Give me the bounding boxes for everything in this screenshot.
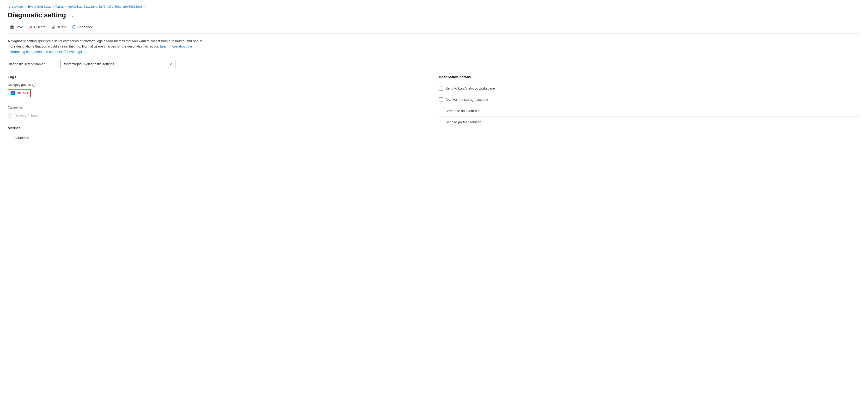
dest-partner-row: Send to partner solution [439,117,860,128]
setting-name-input[interactable]: systemtopic01-diagnostic-settings ✓ [61,60,176,68]
delivery-failures-row: DeliveryFailures [8,111,424,120]
page-title-container: Diagnostic setting ... [8,11,860,19]
page-title-ellipsis: ... [68,12,74,18]
breadcrumb-sep-2: > [65,5,67,8]
categories-section: Categories DeliveryFailures [8,106,424,120]
delivery-failures-label: DeliveryFailures [14,114,38,118]
dest-storage-label: Archive to a storage account [445,98,488,101]
right-column: Destination details Send to Log Analytic… [434,75,860,142]
save-label: Save [16,25,23,29]
dest-storage-row: Archive to a storage account [439,94,860,105]
all-metrics-checkbox[interactable] [8,136,12,140]
category-groups-info-icon[interactable]: i [32,83,36,87]
dest-partner-checkbox[interactable] [439,120,443,124]
required-star: * [44,62,45,66]
svg-rect-1 [11,26,13,27]
all-metrics-row: AllMetrics [8,134,424,142]
breadcrumb: All services > Event Grid System Topics … [8,5,860,8]
toolbar: Save Discard Delete [8,24,860,34]
svg-rect-2 [11,27,13,29]
dest-log-analytics-label: Send to Log Analytics workspace [445,87,495,90]
feedback-button[interactable]: Feedback [70,24,95,31]
category-groups-label-row: Category groups i [8,83,424,87]
svg-rect-5 [52,26,54,29]
metrics-section-title: Metrics [8,126,424,130]
allLogs-row: allLogs [8,89,31,97]
save-button[interactable]: Save [8,24,26,31]
feedback-label: Feedback [78,25,92,29]
breadcrumb-sep-1: > [25,5,27,8]
dest-log-analytics-row: Send to Log Analytics workspace [439,83,860,94]
input-check-icon: ✓ [169,62,173,66]
delete-button[interactable]: Delete [49,24,68,31]
dest-partner-label: Send to partner solution [445,120,481,124]
delete-icon [51,25,55,29]
svg-point-12 [74,27,74,27]
breadcrumb-event-grid[interactable]: Event Grid System Topics [28,5,64,8]
discard-icon [29,25,33,29]
svg-point-11 [73,27,74,27]
setting-name-label: Diagnostic setting name* [8,62,56,66]
page-title: Diagnostic setting [8,11,66,19]
all-metrics-label: AllMetrics [14,136,29,140]
metrics-section: Metrics AllMetrics [8,126,424,142]
svg-point-13 [75,27,75,27]
discard-button[interactable]: Discard [26,24,48,31]
dest-event-hub-row: Stream to an event hub [439,105,860,117]
dest-log-analytics-checkbox[interactable] [439,86,443,91]
logs-section-title: Logs [8,75,424,79]
save-icon [10,25,14,29]
main-grid: Logs Category groups i allLogs Categorie… [8,75,860,142]
dest-event-hub-label: Stream to an event hub [445,109,480,113]
destination-section-title: Destination details [439,75,860,79]
feedback-icon [72,25,76,29]
delete-label: Delete [57,25,66,29]
setting-name-value: systemtopic01-diagnostic-settings [64,62,114,66]
breadcrumb-topic[interactable]: topic01stg-811a624a-8a77-437e-89de-dfeb5… [68,5,143,8]
dest-storage-checkbox[interactable] [439,97,443,102]
left-column: Logs Category groups i allLogs Categorie… [8,75,434,142]
allLogs-checkbox[interactable] [10,91,15,95]
dest-event-hub-checkbox[interactable] [439,109,443,113]
categories-title: Categories [8,106,424,109]
breadcrumb-all-services[interactable]: All services [8,5,24,8]
allLogs-label: allLogs [17,91,28,95]
form-row-setting-name: Diagnostic setting name* systemtopic01-d… [8,60,860,68]
delivery-failures-checkbox[interactable] [8,114,12,118]
description: A diagnostic setting specifies a list of… [8,38,205,55]
category-groups-label: Category groups [8,83,31,87]
breadcrumb-sep-3: > [144,5,146,8]
discard-label: Discard [34,25,45,29]
